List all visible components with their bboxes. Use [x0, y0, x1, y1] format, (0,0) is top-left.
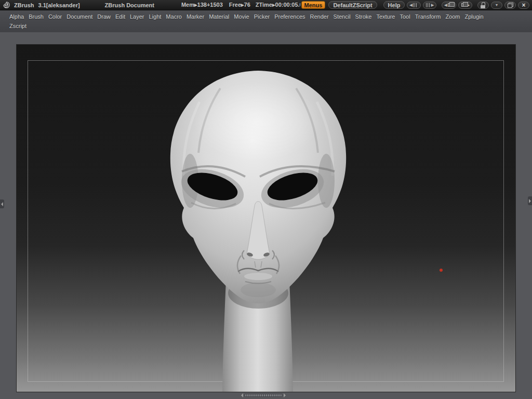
menu-item-stencil[interactable]: Stencil: [334, 14, 351, 20]
menu-item-zoom[interactable]: Zoom: [445, 14, 460, 20]
scroll-left-button[interactable]: ◀: [407, 2, 420, 9]
app-name: ZBrush: [14, 2, 34, 8]
left-arrow-icon: ◀: [409, 3, 412, 7]
alien-head-sculpt: [17, 45, 516, 392]
menu-item-preferences[interactable]: Preferences: [274, 14, 305, 20]
memory-readout: Mem▸138+1503: [181, 2, 223, 8]
menu-row-2: Zscript: [0, 20, 532, 29]
right-arrow-icon: ▶: [431, 3, 434, 7]
menu-item-transform[interactable]: Transform: [415, 14, 441, 20]
close-icon: ×: [522, 2, 525, 9]
zbrush-logo-icon: [3, 1, 10, 9]
title-bar: ZBrush 3.1[aleksander] ZBrush Document M…: [0, 0, 532, 10]
app-version: 3.1[aleksander]: [38, 2, 80, 8]
palette-stack-icon: [461, 3, 466, 7]
menu-item-render[interactable]: Render: [310, 14, 329, 20]
menus-button[interactable]: Menus: [301, 1, 326, 9]
menu-item-zscript[interactable]: Zscript: [9, 23, 26, 29]
lock-button[interactable]: [477, 2, 489, 9]
menu-item-tool[interactable]: Tool: [400, 14, 410, 20]
left-tray-toggle[interactable]: [0, 200, 4, 208]
palette-scroll-right-button[interactable]: ▶: [458, 2, 472, 9]
menu-item-texture[interactable]: Texture: [376, 14, 395, 20]
title-bar-controls: ◀ ▶ ◀ ▶ ▼ ×: [405, 2, 532, 9]
menu-item-layer[interactable]: Layer: [130, 14, 144, 20]
document-canvas[interactable]: [16, 44, 516, 392]
minimize-button[interactable]: ▼: [491, 2, 502, 9]
help-button[interactable]: Help: [383, 1, 405, 9]
down-arrow-icon: ▼: [495, 3, 499, 7]
palette-stack-icon: [448, 3, 452, 7]
restore-button[interactable]: [504, 2, 516, 9]
menu-item-material[interactable]: Material: [209, 14, 229, 20]
left-arrow-icon: ◀: [444, 3, 447, 7]
stripes-icon: [426, 3, 431, 7]
menu-item-movie[interactable]: Movie: [234, 14, 249, 20]
palette-scroll-left-button[interactable]: ◀: [442, 2, 456, 9]
cursor-red-dot: [440, 269, 443, 272]
menu-bar: Alpha Brush Color Document Draw Edit Lay…: [0, 10, 532, 32]
right-tray-toggle[interactable]: [528, 196, 532, 205]
left-arrow-icon: [1, 202, 3, 206]
right-arrow-icon: [284, 393, 286, 397]
scroll-right-button[interactable]: ▶: [423, 2, 436, 9]
menu-item-picker[interactable]: Picker: [254, 14, 270, 20]
menu-item-light[interactable]: Light: [149, 14, 162, 20]
default-zscript-button[interactable]: DefaultZScript: [328, 1, 377, 9]
restore-icon: [508, 3, 513, 8]
menu-item-alpha[interactable]: Alpha: [9, 14, 24, 20]
menu-item-color[interactable]: Color: [48, 14, 62, 20]
bottom-tray-toggle[interactable]: [238, 393, 289, 397]
free-memory-readout: Free▸76: [229, 2, 250, 8]
menu-row-1: Alpha Brush Color Document Draw Edit Lay…: [0, 10, 532, 20]
menu-item-macro[interactable]: Macro: [166, 14, 182, 20]
close-button[interactable]: ×: [518, 2, 529, 9]
menu-item-marker[interactable]: Marker: [187, 14, 204, 20]
menu-item-edit[interactable]: Edit: [115, 14, 125, 20]
document-title: ZBrush Document: [105, 2, 154, 8]
stripes-icon: [413, 3, 418, 7]
ztime-readout: ZTime▸00:00:05.0: [256, 2, 300, 8]
menu-item-brush[interactable]: Brush: [29, 14, 44, 20]
menu-item-document[interactable]: Document: [66, 14, 92, 20]
menu-item-draw[interactable]: Draw: [97, 14, 111, 20]
left-arrow-icon: [241, 393, 243, 397]
menu-item-stroke[interactable]: Stroke: [355, 14, 372, 20]
menu-item-zplugin[interactable]: Zplugin: [465, 14, 484, 20]
right-arrow-icon: [529, 199, 531, 203]
lock-icon: [481, 2, 486, 8]
stripes-icon: [245, 394, 282, 397]
